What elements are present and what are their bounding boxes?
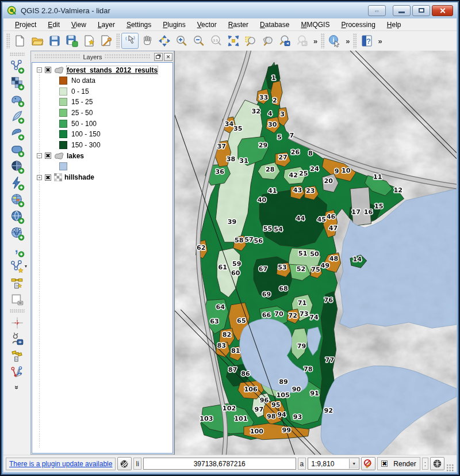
zoom-full-button[interactable] <box>225 33 242 49</box>
menu-edit[interactable]: Edit <box>42 19 66 31</box>
dropdown-arrow-icon[interactable]: ▼ <box>349 459 358 469</box>
layer-name-hillshade[interactable]: hillshade <box>64 173 94 181</box>
menu-vector[interactable]: Vector <box>191 19 223 31</box>
new-print-composer-button[interactable] <box>80 33 98 49</box>
scale-combobox[interactable]: 1:9,810 ▼ <box>308 458 359 470</box>
toolbar-grip[interactable] <box>116 33 120 48</box>
lakes-symbol-row[interactable] <box>32 161 172 172</box>
remove-layer-button[interactable] <box>9 291 26 308</box>
panel-float-button[interactable] <box>154 53 163 61</box>
layer-row-hillshade[interactable]: + ✖ hillshade <box>32 172 172 183</box>
identify-features-button[interactable]: i <box>326 33 343 49</box>
panel-close-button[interactable]: ✕ <box>164 53 172 61</box>
layer-checkbox[interactable]: ✖ <box>45 67 51 73</box>
add-wcs-layer-button[interactable] <box>9 208 26 224</box>
open-project-button[interactable] <box>29 33 46 49</box>
zoom-to-layer-button[interactable] <box>259 33 277 49</box>
minimize-button[interactable] <box>393 5 411 16</box>
layer-name-forest[interactable]: forest_stands_2012_results <box>67 66 158 74</box>
help-button[interactable]: ? <box>358 33 375 49</box>
add-wfs-layer-button[interactable] <box>9 224 26 241</box>
map-canvas[interactable]: 1234578910111214151617202324252627282930… <box>174 51 457 455</box>
plugin-update-link[interactable]: There is a plugin update available <box>6 458 116 470</box>
new-gpx-layer-button[interactable]: b <box>9 275 26 291</box>
stop-rendering-button[interactable] <box>361 457 375 470</box>
restore-button[interactable] <box>412 5 430 16</box>
topology-checker-button[interactable] <box>9 364 26 381</box>
add-oracle-layer-button[interactable] <box>9 141 26 158</box>
layer-name-lakes[interactable]: lakes <box>67 152 84 160</box>
menu-project[interactable]: Project <box>9 19 42 31</box>
plugin-message-button[interactable] <box>117 457 132 470</box>
menu-database[interactable]: Database <box>254 19 295 31</box>
layer-row-forest[interactable]: − ✖ forest_stands_2012_results <box>32 64 172 75</box>
menu-help[interactable]: Help <box>381 19 407 31</box>
legend-class-row[interactable]: No data <box>32 75 172 86</box>
menu-settings[interactable]: Settings <box>121 19 157 31</box>
panel-drag-texture[interactable] <box>34 54 80 59</box>
crs-status-button[interactable] <box>430 457 444 470</box>
zoom-next-button[interactable] <box>294 33 311 49</box>
collapse-icon[interactable]: − <box>37 153 42 158</box>
render-checkbox[interactable]: ✖ <box>381 460 388 467</box>
add-sqlanywhere-layer-button[interactable] <box>9 174 26 191</box>
legend-class-row[interactable]: 15 - 25 <box>32 97 172 108</box>
add-mssql-layer-button[interactable] <box>9 124 26 141</box>
new-shapefile-layer-button[interactable]: ▼ <box>9 258 26 275</box>
layer-checkbox[interactable]: ✖ <box>45 153 51 159</box>
add-vector-layer-button[interactable] <box>9 58 26 74</box>
menu-view[interactable]: View <box>66 19 92 31</box>
legend-class-row[interactable]: 25 - 50 <box>32 108 172 119</box>
pan-map-button[interactable] <box>139 33 156 49</box>
touch-zoom-pan-button[interactable] <box>121 33 139 49</box>
add-raster-layer-button[interactable] <box>9 74 26 91</box>
layers-panel-header[interactable]: Layers ✕ <box>31 51 174 62</box>
window-pin-button[interactable]: ⇔ <box>368 5 386 16</box>
gps-information-button[interactable]: b <box>9 348 26 364</box>
zoom-native-button[interactable]: 1:1 <box>208 33 225 49</box>
new-project-button[interactable] <box>12 33 29 49</box>
coordinate-display[interactable]: 397138,6787216 <box>143 458 296 470</box>
legend-class-row[interactable]: 100 - 150 <box>32 129 172 140</box>
layer-checkbox[interactable]: ✖ <box>45 174 51 181</box>
save-project-as-button[interactable] <box>63 33 80 49</box>
zoom-to-selection-button[interactable] <box>242 33 259 49</box>
toolbar-grip[interactable] <box>6 33 10 48</box>
zoom-out-button[interactable] <box>190 33 208 49</box>
toolbar-grip[interactable] <box>10 309 25 313</box>
dropdown-arrow-icon[interactable]: ▼ <box>24 264 28 268</box>
toolbar-overflow-down-icon[interactable]: » <box>13 386 21 390</box>
panel-drag-texture[interactable] <box>105 54 151 59</box>
window-resize-grip[interactable] <box>446 464 454 472</box>
close-button[interactable] <box>432 5 453 16</box>
toolbar-grip[interactable] <box>353 33 357 48</box>
toolbar-overflow-icon[interactable]: » <box>343 37 352 45</box>
toolbar-grip[interactable] <box>10 52 25 56</box>
collapse-icon[interactable]: − <box>37 67 42 73</box>
save-project-button[interactable] <box>46 33 63 49</box>
menu-mmqgis[interactable]: MMQGIS <box>295 19 335 31</box>
toolbar-overflow-icon[interactable]: » <box>311 37 320 45</box>
add-wms-layer-button[interactable] <box>9 191 26 208</box>
add-delimited-text-layer-button[interactable]: , <box>9 241 26 258</box>
expand-icon[interactable]: + <box>37 175 42 180</box>
add-postgis-layer-button[interactable] <box>9 91 26 108</box>
menu-processing[interactable]: Processing <box>335 19 381 31</box>
add-spatialite-layer-button[interactable] <box>9 108 26 124</box>
legend-class-row[interactable]: 50 - 100 <box>32 118 172 129</box>
menu-plugins[interactable]: Plugins <box>157 19 191 31</box>
annotation-tool-button[interactable] <box>9 331 26 348</box>
legend-class-row[interactable]: 150 - 300 <box>32 140 172 151</box>
zoom-last-button[interactable] <box>277 33 294 49</box>
toolbar-grip[interactable] <box>321 33 325 48</box>
composer-manager-button[interactable] <box>98 33 115 49</box>
pan-to-selection-button[interactable] <box>156 33 173 49</box>
zoom-in-button[interactable] <box>173 33 190 49</box>
gps-tracking-button[interactable] <box>9 314 26 331</box>
toolbar-overflow-icon[interactable]: » <box>375 37 384 45</box>
layer-row-lakes[interactable]: − ✖ lakes <box>32 150 172 161</box>
menu-layer[interactable]: Layer <box>92 19 121 31</box>
render-control[interactable]: ✖ Render <box>377 457 420 470</box>
menu-raster[interactable]: Raster <box>223 19 254 31</box>
add-db2-layer-button[interactable] <box>9 158 26 174</box>
